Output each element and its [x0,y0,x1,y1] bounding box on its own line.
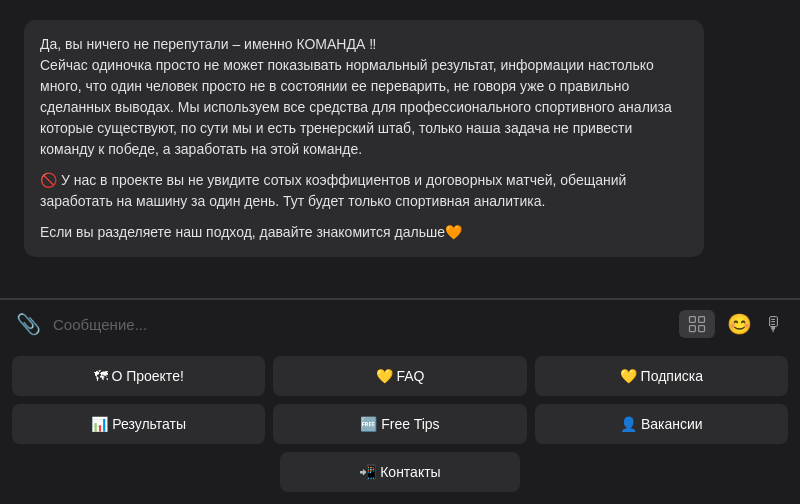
emoji-icon[interactable]: 😊 [727,312,752,336]
apps-icon[interactable] [679,310,715,338]
buttons-grid: 🗺 О Проекте! 💛 FAQ 💛 Подписка 📊 Результа… [0,348,800,504]
svg-rect-3 [699,326,705,332]
results-button[interactable]: 📊 Результаты [12,404,265,444]
faq-button[interactable]: 💛 FAQ [273,356,526,396]
microphone-icon[interactable]: 🎙 [764,313,784,336]
vacancies-button[interactable]: 👤 Вакансии [535,404,788,444]
contacts-button[interactable]: 📲 Контакты [280,452,520,492]
contacts-row: 📲 Контакты [12,452,788,492]
message-paragraph-3: Если вы разделяете наш подход, давайте з… [40,222,688,243]
chat-area: Да, вы ничего не перепутали – именно КОМ… [0,0,800,298]
message-paragraph-2: 🚫 У нас в проекте вы не увидите сотых ко… [40,170,688,212]
about-button[interactable]: 🗺 О Проекте! [12,356,265,396]
subscription-button[interactable]: 💛 Подписка [535,356,788,396]
input-icons: 😊 🎙 [679,310,784,338]
input-area: 📎 😊 🎙 [0,299,800,348]
attachment-icon[interactable]: 📎 [16,312,41,336]
apps-svg-icon [687,314,707,334]
free-tips-button[interactable]: 🆓 Free Tips [273,404,526,444]
svg-rect-1 [699,317,705,323]
message-bubble: Да, вы ничего не перепутали – именно КОМ… [24,20,704,257]
svg-rect-2 [690,326,696,332]
message-input[interactable] [53,316,667,333]
message-paragraph-1: Да, вы ничего не перепутали – именно КОМ… [40,34,688,160]
svg-rect-0 [690,317,696,323]
